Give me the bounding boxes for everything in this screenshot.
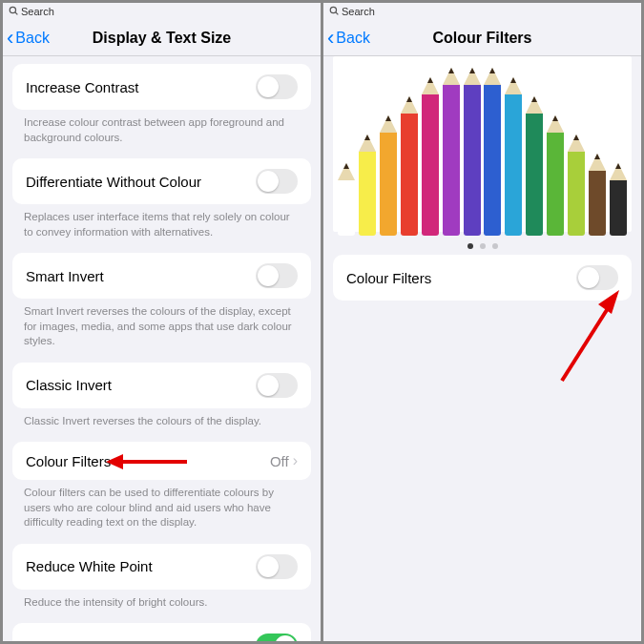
row-label: Classic Invert — [26, 377, 112, 393]
classic-invert-toggle[interactable] — [256, 373, 298, 398]
row-footer: Reduce the intensity of bright colours. — [3, 590, 321, 624]
svg-point-0 — [10, 7, 15, 12]
status-search-label: Search — [21, 6, 54, 17]
row-footer: Smart Invert reverses the colours of the… — [3, 299, 321, 363]
settings-list: Increase Contrast Increase colour contra… — [3, 56, 321, 641]
back-button[interactable]: ‹ Back — [7, 28, 50, 49]
row-footer: Increase colour contrast between app for… — [3, 110, 321, 158]
annotation-arrow-icon — [106, 447, 190, 476]
nav-bar: ‹ Back Display & Text Size — [3, 20, 321, 56]
row-label: Reduce White Point — [26, 558, 153, 574]
screen-display-text-size: Search ‹ Back Display & Text Size Increa… — [3, 3, 321, 641]
row-label: Smart Invert — [26, 268, 104, 284]
differentiate-toggle[interactable] — [256, 169, 298, 194]
status-bar: Search — [323, 3, 641, 20]
back-label: Back — [336, 30, 370, 47]
back-button[interactable]: ‹ Back — [327, 28, 370, 49]
row-label: Colour Filters — [26, 453, 111, 469]
reduce-white-point-toggle[interactable] — [256, 554, 298, 579]
search-icon — [9, 6, 18, 17]
chevron-left-icon: ‹ — [7, 28, 13, 49]
row-label: Increase Contrast — [26, 79, 138, 95]
row-footer: Colour filters can be used to differenti… — [3, 480, 321, 544]
pencils-image — [333, 56, 632, 236]
svg-line-1 — [15, 12, 18, 15]
chevron-left-icon: ‹ — [327, 28, 334, 49]
screen-colour-filters: Search ‹ Back Colour Filters Colour Filt… — [323, 3, 641, 641]
colour-filters-toggle[interactable] — [576, 265, 618, 290]
increase-contrast-toggle[interactable] — [256, 74, 298, 99]
smart-invert-toggle[interactable] — [256, 263, 298, 288]
colour-preview-carousel[interactable] — [333, 56, 632, 232]
back-label: Back — [15, 30, 50, 47]
row-label: Colour Filters — [346, 270, 431, 286]
page-dot[interactable] — [480, 243, 486, 249]
page-dot[interactable] — [467, 243, 473, 249]
svg-point-4 — [330, 7, 336, 12]
status-search-label: Search — [342, 6, 375, 17]
row-label: Differentiate Without Colour — [26, 174, 201, 190]
page-dots — [333, 236, 632, 259]
page-dot[interactable] — [492, 243, 498, 249]
reduce-white-point-row[interactable]: Reduce White Point — [12, 544, 311, 590]
page-title: Colour Filters — [432, 30, 531, 47]
auto-brightness-row[interactable]: Auto-Brightness — [12, 623, 311, 641]
status-bar: Search — [3, 3, 321, 20]
nav-bar: ‹ Back Colour Filters — [323, 20, 641, 56]
increase-contrast-row[interactable]: Increase Contrast — [12, 64, 311, 110]
classic-invert-row[interactable]: Classic Invert — [12, 363, 311, 408]
smart-invert-row[interactable]: Smart Invert — [12, 253, 311, 299]
colour-filters-row[interactable]: Colour Filters Off › — [12, 442, 311, 480]
colour-filters-toggle-row[interactable]: Colour Filters — [333, 255, 632, 301]
row-value: Off — [270, 453, 289, 469]
chevron-right-icon: › — [293, 452, 298, 469]
differentiate-row[interactable]: Differentiate Without Colour — [12, 158, 311, 204]
search-icon — [329, 6, 339, 17]
row-footer: Classic Invert reverses the colours of t… — [3, 408, 321, 443]
auto-brightness-toggle[interactable] — [256, 634, 298, 641]
row-footer: Replaces user interface items that rely … — [3, 204, 321, 253]
svg-line-5 — [336, 12, 339, 15]
page-title: Display & Text Size — [93, 30, 232, 47]
content: Colour Filters — [323, 56, 641, 641]
row-label: Auto-Brightness — [26, 638, 128, 641]
